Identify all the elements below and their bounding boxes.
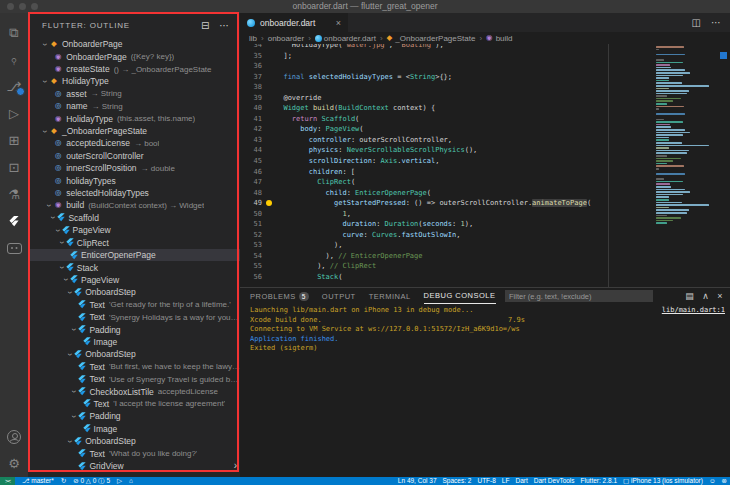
outline-item-pageview[interactable]: ›PageView <box>28 224 240 236</box>
code-line[interactable]: return Scaffold( <box>275 114 654 125</box>
status-feedback[interactable]: ☺ <box>709 477 716 485</box>
breadcrumb-item-build[interactable]: ◉build <box>486 33 512 43</box>
panel-tab-output[interactable]: OUTPUT <box>322 288 356 304</box>
panel-tab-problems[interactable]: PROBLEMS5 <box>250 288 309 304</box>
code-line[interactable]: ClipRect( <box>275 177 654 188</box>
editor-gutter[interactable]: 3435363738394041424344454647484950515253… <box>240 44 274 283</box>
close-panel-icon[interactable]: × <box>717 291 723 301</box>
testing-icon[interactable]: ⚗ <box>0 181 28 208</box>
code-line[interactable]: body: PageView( <box>275 124 654 135</box>
status-indentation[interactable]: Spaces: 2 <box>443 477 472 485</box>
outline-item-onboardstep[interactable]: ›OnboardStep <box>28 286 240 298</box>
chevron-down-icon[interactable]: › <box>44 201 53 210</box>
outline-item-outerscrollcontroller[interactable]: ◎outerScrollController <box>28 150 240 162</box>
outline-item-holidaytypes[interactable]: ◎holidayTypes <box>28 174 240 186</box>
breadcrumb-item-lib[interactable]: lib <box>249 34 257 43</box>
outline-item-pageview[interactable]: ›PageView <box>28 274 240 286</box>
line-number[interactable]: 50 <box>240 209 274 220</box>
line-number[interactable]: 42 <box>240 124 274 135</box>
outline-item-padding[interactable]: ›Padding <box>28 323 240 335</box>
code-lines[interactable]: HolidayType('water.jpg', 'Boating'), ]; … <box>275 44 654 283</box>
outline-item-text[interactable]: Text'Use of Synergy Travel is guided by … <box>28 373 240 385</box>
outline-item-onboardstep[interactable]: ›OnboardStep <box>28 435 240 447</box>
code-line[interactable] <box>275 82 654 93</box>
chevron-down-icon[interactable]: › <box>65 437 74 446</box>
code-editor[interactable]: 3435363738394041424344454647484950515253… <box>240 44 730 287</box>
line-number[interactable]: 56 <box>240 272 274 283</box>
line-number[interactable]: 55 <box>240 261 274 272</box>
outline-item-gridview[interactable]: GridView <box>28 460 240 472</box>
code-line[interactable]: getStartedPressed: () => outerScrollCont… <box>275 198 654 209</box>
editor-scrollbar[interactable] <box>718 44 730 287</box>
status-notifications[interactable]: ⊚ <box>722 477 727 485</box>
outline-item-enticeropenerpage[interactable]: EnticerOpenerPage <box>28 249 240 261</box>
line-number[interactable]: 47 <box>240 177 274 188</box>
more-actions-icon[interactable]: ⋯ <box>711 17 721 28</box>
line-number[interactable]: 43 <box>240 135 274 146</box>
accounts-icon[interactable] <box>0 423 28 450</box>
breadcrumb-item-onboarder-dart[interactable]: onboarder.dart <box>315 34 376 43</box>
outline-item-text[interactable]: Text'Synergy Holidays is a way for you t… <box>28 311 240 323</box>
code-line[interactable]: 1, <box>275 209 654 220</box>
outline-item-image[interactable]: Image <box>28 336 240 348</box>
outline-item-cliprect[interactable]: ›ClipRect <box>28 237 240 249</box>
panel-tab-debug-console[interactable]: DEBUG CONSOLE <box>424 288 496 304</box>
outline-item-onboarderpage[interactable]: ›◆OnboarderPage <box>28 38 240 50</box>
outline-item-asset[interactable]: ◎asset→ String <box>28 88 240 100</box>
chevron-down-icon[interactable]: › <box>40 127 49 136</box>
outline-item-text[interactable]: Text'But first, we have to keep the lawy… <box>28 361 240 373</box>
code-line[interactable]: duration: Duration(seconds: 1), <box>275 219 654 230</box>
explorer-icon[interactable]: ⧉ <box>0 19 28 46</box>
source-control-icon[interactable]: ⎇ <box>0 73 28 100</box>
outline-item-onboardstep[interactable]: ›OnboardStep <box>28 348 240 360</box>
console-source-link[interactable]: lib/main.dart:1 <box>662 306 725 316</box>
line-number[interactable]: 36 <box>240 61 274 72</box>
line-number[interactable]: 51 <box>240 219 274 230</box>
chevron-down-icon[interactable]: › <box>57 238 66 247</box>
code-line[interactable]: curve: Curves.fastOutSlowIn, <box>275 230 654 241</box>
chevron-down-icon[interactable]: › <box>53 226 62 235</box>
breadcrumb-item-onboarder[interactable]: onboarder <box>268 34 304 43</box>
line-number[interactable]: 38 <box>240 82 274 93</box>
line-number[interactable]: 53 <box>240 240 274 251</box>
panel-tab-terminal[interactable]: TERMINAL <box>369 288 411 304</box>
line-number[interactable]: 49 <box>240 198 274 209</box>
remote-indicator[interactable]: >< <box>0 477 15 485</box>
outline-item-stack[interactable]: ›Stack <box>28 261 240 273</box>
chevron-down-icon[interactable]: › <box>61 275 70 284</box>
chevron-down-icon[interactable]: › <box>57 263 66 272</box>
more-actions-icon[interactable]: ⋯ <box>219 20 230 31</box>
outline-item-scaffold[interactable]: ›Scaffold <box>28 212 240 224</box>
settings-icon[interactable]: ⚙ <box>0 450 28 477</box>
outline-item-_onboarderpagestate[interactable]: ›◆_OnboarderPageState <box>28 125 240 137</box>
line-number[interactable]: 44 <box>240 145 274 156</box>
code-line[interactable]: ), // EnticerOpenerPage <box>275 251 654 262</box>
split-editor-icon[interactable]: ◫ <box>692 17 701 28</box>
tab-onboarder-dart[interactable]: onboarder.dart × <box>240 13 348 32</box>
outline-item-selectedholidaytypes[interactable]: ◎selectedHolidayTypes <box>28 187 240 199</box>
outline-item-name[interactable]: ◎name→ String <box>28 100 240 112</box>
outline-item-acceptedlicense[interactable]: ◎acceptedLicense→ bool <box>28 137 240 149</box>
outline-item-holidaytype[interactable]: ◉HolidayType(this.asset, this.name) <box>28 112 240 124</box>
search-icon[interactable]: ⌕ <box>0 46 28 73</box>
status-flutter-version[interactable]: Flutter: 2.8.1 <box>581 477 618 485</box>
maximize-panel-icon[interactable]: ∧ <box>702 291 709 301</box>
outline-item-onboarderpage[interactable]: ◉OnboarderPage({Key? key}) <box>28 50 240 62</box>
code-line[interactable]: child: EnticerOpenerPage( <box>275 188 654 199</box>
extensions-icon[interactable]: ⊞ <box>0 127 28 154</box>
status-git-branch[interactable]: ⎇ master* <box>22 477 54 485</box>
console-filter-input[interactable] <box>505 290 653 302</box>
code-line[interactable]: children: [ <box>275 167 654 178</box>
status-eol[interactable]: LF <box>502 477 510 485</box>
line-number[interactable]: 45 <box>240 156 274 167</box>
line-number[interactable]: 48 <box>240 188 274 199</box>
chevron-down-icon[interactable]: › <box>48 213 57 222</box>
status-encoding[interactable]: UTF-8 <box>477 477 495 485</box>
panel-layout-icon[interactable]: ▤ <box>685 291 694 301</box>
code-line[interactable]: Stack( <box>275 272 654 283</box>
chevron-down-icon[interactable]: › <box>40 77 49 86</box>
outline-panel-action-icon[interactable]: ⊟ <box>201 20 210 31</box>
line-number[interactable]: 39 <box>240 93 274 104</box>
line-number[interactable]: 54 <box>240 251 274 262</box>
outline-item-text[interactable]: Text'I accept the license agreement' <box>28 398 240 410</box>
